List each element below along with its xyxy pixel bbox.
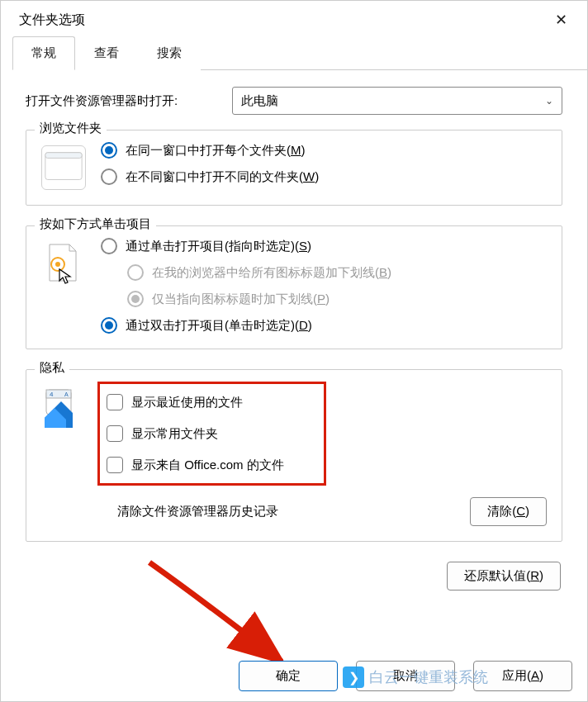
svg-point-3 — [55, 262, 60, 267]
group-click-legend: 按如下方式单击项目 — [35, 216, 156, 232]
clear-history-row: 清除文件资源管理器历史记录 清除(C) — [117, 497, 547, 526]
titlebar: 文件夹选项 ✕ — [1, 1, 587, 36]
radio-point-underline-label: 仅当指向图标标题时加下划线(P) — [152, 292, 330, 307]
radio-double-click-label: 通过双击打开项目(单击时选定)(D) — [126, 318, 312, 334]
folder-options-dialog: 文件夹选项 ✕ 常规 查看 搜索 打开文件资源管理器时打开: 此电脑 ⌄ 浏览文… — [0, 0, 588, 702]
svg-text:4: 4 — [50, 391, 54, 398]
checkbox-frequent-folders[interactable]: 显示常用文件夹 — [107, 422, 284, 445]
radio-same-window[interactable]: 在同一窗口中打开每个文件夹(M) — [101, 142, 547, 159]
radio-browser-underline: 在我的浏览器中给所有图标标题加下划线(B) — [127, 264, 547, 281]
tab-general[interactable]: 常规 — [12, 36, 75, 70]
checkbox-office-files[interactable]: 显示来自 Office.com 的文件 — [107, 453, 284, 477]
radio-diff-window[interactable]: 在不同窗口中打开不同的文件夹(W) — [101, 168, 547, 185]
checkbox-office-label: 显示来自 Office.com 的文件 — [131, 458, 284, 473]
radio-browser-underline-label: 在我的浏览器中给所有图标标题加下划线(B) — [152, 265, 391, 281]
restore-defaults-button[interactable]: 还原默认值(R) — [447, 562, 561, 591]
radio-icon — [101, 317, 117, 334]
open-with-select[interactable]: 此电脑 ⌄ — [232, 87, 562, 115]
radio-same-window-label: 在同一窗口中打开每个文件夹(M) — [126, 143, 306, 159]
checkbox-frequent-label: 显示常用文件夹 — [131, 426, 218, 442]
radio-single-click-label: 通过单击打开项目(指向时选定)(S) — [126, 239, 311, 254]
radio-icon — [127, 264, 144, 281]
group-browse: 浏览文件夹 在同一窗口中打开每个文件夹(M) 在不同窗口中打开不同的文件夹(W) — [26, 130, 562, 206]
open-with-label: 打开文件资源管理器时打开: — [26, 93, 232, 109]
group-privacy-legend: 隐私 — [35, 360, 69, 376]
checkbox-icon — [107, 394, 123, 410]
checkbox-recent-files[interactable]: 显示最近使用的文件 — [107, 391, 284, 414]
svg-text:A: A — [64, 391, 69, 397]
privacy-icon: 4 A — [41, 385, 86, 429]
open-with-value: 此电脑 — [241, 93, 278, 109]
chevron-down-icon: ⌄ — [545, 95, 553, 107]
group-browse-legend: 浏览文件夹 — [35, 121, 107, 136]
checkbox-icon — [107, 425, 123, 442]
clear-history-label: 清除文件资源管理器历史记录 — [117, 504, 278, 519]
group-click: 按如下方式单击项目 通过单击打开项目(指向时选定)(S) — [26, 225, 562, 349]
apply-button[interactable]: 应用(A) — [473, 661, 572, 691]
close-icon[interactable]: ✕ — [547, 7, 576, 32]
radio-icon — [101, 238, 117, 254]
dialog-footer: 确定 取消 应用(A) — [239, 661, 572, 691]
file-cursor-icon — [41, 241, 86, 286]
tab-bar: 常规 查看 搜索 — [12, 36, 587, 70]
radio-diff-window-label: 在不同窗口中打开不同的文件夹(W) — [126, 169, 319, 185]
checkbox-icon — [107, 457, 123, 473]
clear-button[interactable]: 清除(C) — [470, 497, 547, 526]
open-with-row: 打开文件资源管理器时打开: 此电脑 ⌄ — [26, 87, 562, 115]
radio-icon — [101, 142, 117, 159]
folder-window-icon — [41, 145, 86, 190]
checkbox-recent-label: 显示最近使用的文件 — [131, 395, 243, 410]
restore-row: 还原默认值(R) — [26, 562, 562, 591]
radio-single-click[interactable]: 通过单击打开项目(指向时选定)(S) — [101, 238, 547, 254]
dialog-title: 文件夹选项 — [19, 12, 85, 29]
panel-general: 打开文件资源管理器时打开: 此电脑 ⌄ 浏览文件夹 在同一窗口中打开每个文件夹(… — [1, 70, 587, 591]
tab-view[interactable]: 查看 — [75, 36, 138, 70]
privacy-highlight-box: 显示最近使用的文件 显示常用文件夹 显示来自 Office.com 的文件 — [97, 382, 326, 486]
ok-button[interactable]: 确定 — [239, 661, 338, 691]
radio-icon — [127, 291, 144, 307]
tab-search[interactable]: 搜索 — [138, 36, 201, 70]
group-privacy: 隐私 4 A 显示最近使用的文件 显示 — [26, 369, 562, 542]
radio-double-click[interactable]: 通过双击打开项目(单击时选定)(D) — [101, 317, 547, 334]
radio-icon — [101, 168, 117, 185]
svg-rect-1 — [45, 153, 82, 159]
radio-point-underline: 仅当指向图标标题时加下划线(P) — [127, 291, 547, 307]
cancel-button[interactable]: 取消 — [356, 661, 455, 691]
